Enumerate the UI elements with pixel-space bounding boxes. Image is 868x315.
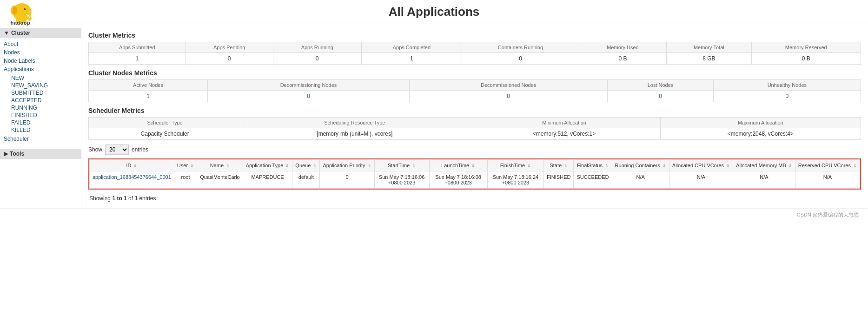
cell-reserved-cpu: N/A: [795, 171, 860, 189]
th-final-status[interactable]: FinalStatus ⇕: [574, 160, 612, 171]
cn-val-4[interactable]: 0: [713, 91, 861, 102]
th-priority[interactable]: Application Priority ⇕: [320, 160, 374, 171]
sm-header-1: Scheduling Resource Type: [241, 118, 468, 128]
cm-val-4: 0: [462, 53, 579, 65]
svg-text:hadoop: hadoop: [11, 20, 31, 25]
cm-val-6: 8 GB: [667, 53, 751, 65]
sidebar-item-running[interactable]: RUNNING: [11, 104, 70, 112]
sidebar-item-nodes[interactable]: Nodes: [4, 48, 77, 57]
th-alloc-mem[interactable]: Allocated Memory MB ⇕: [733, 160, 795, 171]
applications-table-wrapper: ID ⇕ User ⇕ Name ⇕ Application Type: [88, 158, 861, 190]
cm-val-2: 0: [273, 53, 361, 65]
sidebar: ▼ Cluster About Nodes Node Labels Applic…: [0, 24, 81, 208]
cluster-metrics-table: Apps Submitted Apps Pending Apps Running…: [88, 42, 861, 65]
cm-val-5: 0 B: [579, 53, 666, 65]
sidebar-item-failed[interactable]: FAILED: [11, 119, 70, 126]
cell-state: FINISHED: [544, 171, 574, 189]
cm-header-3: Apps Completed: [361, 42, 462, 53]
cm-header-1: Apps Pending: [186, 42, 273, 53]
th-launch-time[interactable]: LaunchTime ⇕: [429, 160, 487, 171]
cluster-label: Cluster: [11, 30, 30, 36]
cluster-links: About Nodes Node Labels Applications NEW…: [0, 38, 81, 145]
cn-header-1: Decommissioning Nodes: [208, 80, 410, 91]
cell-id[interactable]: application_1683454376644_0001: [90, 171, 174, 189]
cn-val-0[interactable]: 1: [89, 91, 208, 102]
tools-section-header[interactable]: ▶ Tools: [0, 149, 81, 159]
sort-icon-queue: ⇕: [313, 164, 317, 168]
cm-val-0: 1: [89, 53, 186, 65]
sidebar-item-killed[interactable]: KILLED: [11, 126, 70, 134]
table-row: application_1683454376644_0001 root Quas…: [90, 171, 860, 189]
sidebar-item-node-labels[interactable]: Node Labels: [4, 57, 77, 65]
cn-val-1[interactable]: 0: [208, 91, 410, 102]
cell-alloc-cpu: N/A: [669, 171, 733, 189]
cell-queue: default: [292, 171, 320, 189]
cn-val-2[interactable]: 0: [410, 91, 608, 102]
th-name[interactable]: Name ⇕: [197, 160, 243, 171]
cm-header-0: Apps Submitted: [89, 42, 186, 53]
page-title: All Applications: [389, 5, 480, 19]
sort-icon-user: ⇕: [190, 164, 194, 168]
cluster-nodes-title: Cluster Nodes Metrics: [88, 69, 861, 77]
th-reserved-cpu[interactable]: Reserved CPU VCores ⇕: [795, 160, 860, 171]
th-finish-time[interactable]: FinishTime ⇕: [487, 160, 543, 171]
sidebar-item-new-saving[interactable]: NEW_SAVING: [11, 82, 70, 89]
th-id[interactable]: ID ⇕: [90, 160, 174, 171]
tools-section: ▶ Tools: [0, 149, 81, 159]
sm-header-0: Scheduler Type: [89, 118, 241, 128]
sidebar-item-accepted[interactable]: ACCEPTED: [11, 97, 70, 104]
cluster-section-header[interactable]: ▼ Cluster: [0, 28, 81, 38]
cell-start-time: Sun May 7 18:16:06 +0800 2023: [374, 171, 429, 189]
tools-label: Tools: [10, 151, 24, 157]
sidebar-item-new[interactable]: NEW: [11, 74, 70, 82]
th-running-containers[interactable]: Running Containers ⇕: [612, 160, 669, 171]
sidebar-item-scheduler[interactable]: Scheduler: [4, 135, 77, 143]
entries-label: entries: [132, 146, 148, 153]
sidebar-item-finished[interactable]: FINISHED: [11, 112, 70, 119]
entries-select[interactable]: 20 10 25 50 100: [105, 144, 129, 155]
sort-icon-name: ⇕: [226, 164, 230, 168]
svg-point-2: [13, 7, 17, 14]
sm-val-1: [memory-mb (unit=Mi), vcores]: [241, 128, 468, 140]
cell-priority: 0: [320, 171, 374, 189]
cm-header-7: Memory Reserved: [751, 42, 861, 53]
cn-header-3: Lost Nodes: [608, 80, 713, 91]
cluster-metrics-title: Cluster Metrics: [88, 32, 861, 39]
th-start-time[interactable]: StartTime ⇕: [374, 160, 429, 171]
cm-header-5: Memory Used: [579, 42, 666, 53]
cell-app-type: MAPREDUCE: [243, 171, 292, 189]
applications-table: ID ⇕ User ⇕ Name ⇕ Application Type: [89, 159, 860, 189]
show-label: Show: [88, 146, 102, 153]
th-app-type[interactable]: Application Type ⇕: [243, 160, 292, 171]
sidebar-item-about[interactable]: About: [4, 40, 77, 48]
sort-icon-reserved: ⇕: [853, 164, 857, 168]
cell-finish-time: Sun May 7 18:16:24 +0800 2023: [487, 171, 543, 189]
cm-val-1: 0: [186, 53, 273, 65]
sort-icon-finish: ⇕: [527, 164, 531, 168]
cn-val-3[interactable]: 0: [608, 91, 713, 102]
th-state[interactable]: State ⇕: [544, 160, 574, 171]
cm-header-2: Apps Running: [273, 42, 361, 53]
th-user[interactable]: User ⇕: [174, 160, 197, 171]
sidebar-item-submitted[interactable]: SUBMITTED: [11, 89, 70, 97]
sm-header-3: Maximum Allocation: [660, 118, 861, 128]
watermark: CSDN @热爱编程的大忽悠: [797, 212, 859, 217]
cm-val-3: 1: [361, 53, 462, 65]
th-queue[interactable]: Queue ⇕: [292, 160, 320, 171]
footer: CSDN @热爱编程的大忽悠: [0, 208, 868, 221]
sm-val-3: <memory:2048, vCores:4>: [660, 128, 861, 140]
content-area: Cluster Metrics Apps Submitted Apps Pend…: [81, 24, 868, 208]
cell-user: root: [174, 171, 197, 189]
cm-header-6: Memory Total: [667, 42, 751, 53]
page-header: hadoop All Applications: [0, 0, 868, 24]
sidebar-item-applications[interactable]: Applications: [4, 65, 77, 73]
tools-arrow: ▶: [4, 151, 8, 157]
scheduler-metrics-table: Scheduler Type Scheduling Resource Type …: [88, 117, 861, 140]
cluster-arrow: ▼: [4, 30, 9, 36]
sort-icon-start: ⇕: [412, 164, 416, 168]
sort-icon-id: ⇕: [133, 164, 137, 168]
sort-icon-mem: ⇕: [788, 164, 792, 168]
th-alloc-cpu[interactable]: Allocated CPU VCores ⇕: [669, 160, 733, 171]
scheduler-metrics-title: Scheduler Metrics: [88, 107, 861, 114]
cell-launch-time: Sun May 7 18:16:08 +0800 2023: [429, 171, 487, 189]
